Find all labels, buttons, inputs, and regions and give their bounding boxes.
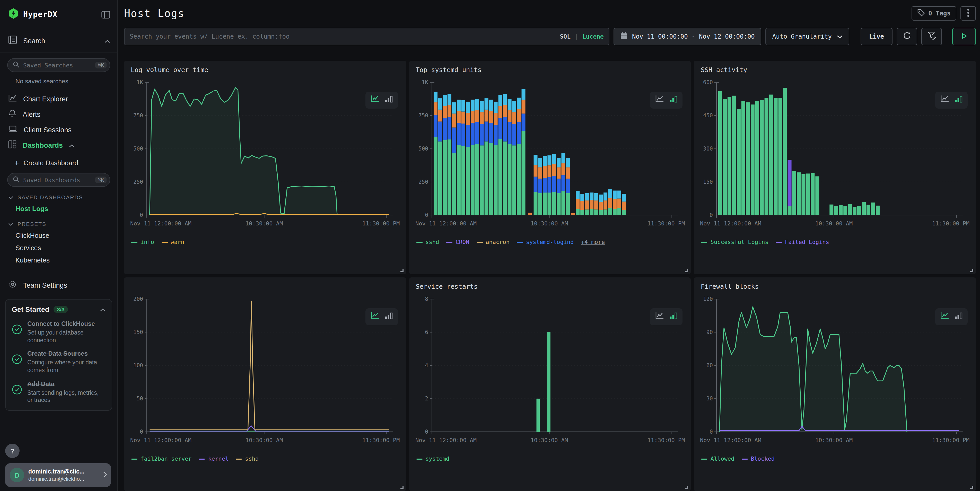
bar-chart-icon[interactable] <box>384 95 393 105</box>
bar-chart-icon[interactable] <box>954 95 963 105</box>
chevron-down-icon <box>8 194 13 200</box>
main-content: Host Logs 0 Tags SQL | <box>118 0 980 491</box>
svg-text:0: 0 <box>710 212 713 218</box>
chart-type-toggle[interactable] <box>935 92 968 109</box>
more-options-button[interactable] <box>961 6 976 21</box>
chart-plot: 1K7505002500Nov 11 12:00:00 AM10:30:00 A… <box>129 76 401 232</box>
shortcut-badge: ⌘K <box>95 62 107 68</box>
svg-text:2: 2 <box>425 396 428 402</box>
sidebar-item-team-settings[interactable]: Team Settings <box>0 277 117 293</box>
user-email: dominic.tran@clickho... <box>28 476 99 482</box>
live-button[interactable]: Live <box>861 28 892 45</box>
lucene-toggle[interactable]: Lucene <box>582 33 604 40</box>
legend-item[interactable]: CRON <box>446 239 469 246</box>
presets-section[interactable]: PRESETS <box>8 221 117 227</box>
saved-searches-input[interactable]: Saved Searches ⌘K <box>7 58 110 72</box>
line-chart-icon[interactable] <box>370 311 380 322</box>
sidebar-item-client-sessions[interactable]: Client Sessions <box>0 122 117 137</box>
chart-type-toggle[interactable] <box>365 308 398 325</box>
bar-chart-icon[interactable] <box>384 311 393 322</box>
create-dashboard-label: Create Dashboard <box>24 159 78 167</box>
legend-item[interactable]: fail2ban-server <box>131 456 192 462</box>
filter-edit-icon <box>927 32 936 42</box>
event-search-box[interactable]: SQL | Lucene <box>124 28 609 45</box>
resize-handle[interactable] <box>685 269 689 272</box>
svg-text:200: 200 <box>133 296 143 302</box>
legend-item[interactable]: sshd <box>236 456 259 462</box>
resize-handle[interactable] <box>970 486 973 489</box>
app-name: HyperDX <box>23 10 97 19</box>
help-button[interactable]: ? <box>5 444 19 458</box>
legend-item[interactable]: Allowed <box>701 456 735 462</box>
chart-title: Log volume over time <box>129 65 401 76</box>
chart-plot: 1209060300Nov 11 12:00:00 AM10:30:00 AM1… <box>699 293 971 448</box>
get-started-item[interactable]: Create Data Sources Configure where your… <box>12 350 105 374</box>
legend-item[interactable]: systemd <box>416 456 449 462</box>
svg-text:8: 8 <box>425 296 428 302</box>
sql-toggle[interactable]: SQL <box>560 33 571 40</box>
bar-chart-icon[interactable] <box>954 311 963 322</box>
get-started-item[interactable]: Add Data Start sending logs, metrics, or… <box>12 380 105 404</box>
get-started-item[interactable]: Connect to ClickHouse Set up your databa… <box>12 320 105 344</box>
search-input[interactable] <box>130 33 555 40</box>
hyperdx-logo-icon <box>8 8 19 21</box>
line-chart-icon[interactable] <box>940 311 950 322</box>
sidebar-item-search[interactable]: Search <box>0 29 117 52</box>
task-desc: Start sending logs, metrics, or traces <box>27 389 105 404</box>
legend-item[interactable]: info <box>131 239 154 246</box>
legend-item[interactable]: sshd <box>416 239 439 246</box>
legend-item[interactable]: systemd-logind <box>517 239 574 246</box>
svg-text:50: 50 <box>137 396 143 402</box>
legend-item[interactable]: Blocked <box>741 456 775 462</box>
create-dashboard-button[interactable]: + Create Dashboard <box>0 153 117 172</box>
legend-item[interactable]: warn <box>161 239 184 246</box>
filter-button[interactable] <box>921 28 942 45</box>
line-chart-icon[interactable] <box>655 311 665 322</box>
legend-item[interactable]: anacron <box>476 239 509 246</box>
resize-handle[interactable] <box>400 269 403 272</box>
bar-chart-icon[interactable] <box>670 95 678 105</box>
sidebar-item-host-logs[interactable]: Host Logs <box>16 205 117 213</box>
bar-chart-icon[interactable] <box>670 311 678 322</box>
collapse-sidebar-icon[interactable] <box>102 11 110 18</box>
refresh-button[interactable] <box>897 28 917 45</box>
line-chart-icon[interactable] <box>655 95 665 105</box>
task-title: Connect to ClickHouse <box>27 320 105 328</box>
saved-dashboards-section[interactable]: SAVED DASHBOARDS <box>8 194 117 200</box>
date-range-picker[interactable]: Nov 11 00:00:00 - Nov 12 00:00:00 <box>614 28 762 45</box>
user-menu[interactable]: D dominic.tran@clic... dominic.tran@clic… <box>5 463 111 487</box>
svg-text:450: 450 <box>703 113 713 119</box>
resize-handle[interactable] <box>685 486 689 489</box>
sidebar-item-chart-explorer[interactable]: Chart Explorer <box>0 91 117 106</box>
chart-type-toggle[interactable] <box>650 308 683 325</box>
legend-item[interactable]: Successful Logins <box>701 239 768 246</box>
tags-button[interactable]: 0 Tags <box>911 6 956 21</box>
run-query-button[interactable] <box>952 28 976 45</box>
sidebar-item-dashboards[interactable]: Dashboards <box>0 137 117 153</box>
sidebar-item-kubernetes[interactable]: Kubernetes <box>16 256 117 264</box>
line-chart-icon[interactable] <box>940 95 950 105</box>
legend-item[interactable]: Failed Logins <box>776 239 829 246</box>
legend-item[interactable]: kernel <box>199 456 229 462</box>
no-saved-searches-text: No saved searches <box>16 78 117 85</box>
svg-text:250: 250 <box>133 179 143 185</box>
sidebar-item-alerts[interactable]: Alerts <box>0 106 117 122</box>
line-chart-icon[interactable] <box>370 95 380 105</box>
svg-text:90: 90 <box>706 329 713 335</box>
sidebar-item-label: Chart Explorer <box>23 95 68 103</box>
sidebar-item-clickhouse[interactable]: ClickHouse <box>16 232 117 239</box>
chevron-up-icon[interactable] <box>100 305 105 314</box>
task-desc: Configure where your data comes from <box>27 359 105 374</box>
resize-handle[interactable] <box>970 269 973 272</box>
resize-handle[interactable] <box>400 486 403 489</box>
granularity-dropdown[interactable]: Auto Granularity <box>766 28 849 45</box>
svg-text:11:30:00 PM: 11:30:00 PM <box>932 437 970 443</box>
sidebar-item-services[interactable]: Services <box>16 244 117 252</box>
svg-text:60: 60 <box>706 362 713 369</box>
chart-type-toggle[interactable] <box>935 308 968 325</box>
chart-type-toggle[interactable] <box>650 92 683 109</box>
legend-more[interactable]: +4 more <box>581 239 605 246</box>
chart-type-toggle[interactable] <box>365 92 398 109</box>
sidebar-item-label: Client Sessions <box>24 126 72 133</box>
saved-dashboards-input[interactable]: Saved Dashboards ⌘K <box>7 173 110 187</box>
